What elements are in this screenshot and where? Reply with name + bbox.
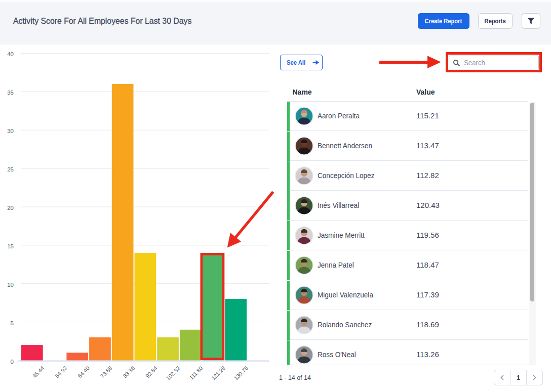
- svg-text:102.32: 102.32: [165, 365, 181, 381]
- svg-text:83.36: 83.36: [122, 365, 136, 379]
- svg-text:15: 15: [7, 243, 14, 249]
- svg-text:73.88: 73.88: [99, 365, 113, 379]
- svg-text:5: 5: [11, 320, 14, 326]
- svg-text:40: 40: [7, 51, 14, 57]
- svg-text:20: 20: [7, 205, 14, 211]
- svg-text:10: 10: [7, 282, 14, 288]
- svg-text:111.80: 111.80: [188, 365, 204, 380]
- svg-text:130.76: 130.76: [233, 365, 249, 381]
- svg-text:30: 30: [7, 128, 14, 134]
- svg-text:64.40: 64.40: [76, 365, 91, 379]
- svg-text:0: 0: [11, 359, 14, 365]
- svg-text:25: 25: [7, 166, 14, 172]
- svg-text:35: 35: [7, 90, 14, 96]
- svg-text:54.92: 54.92: [54, 365, 68, 379]
- svg-text:92.84: 92.84: [144, 365, 159, 379]
- svg-text:45.44: 45.44: [31, 365, 46, 379]
- svg-text:121.28: 121.28: [210, 365, 226, 381]
